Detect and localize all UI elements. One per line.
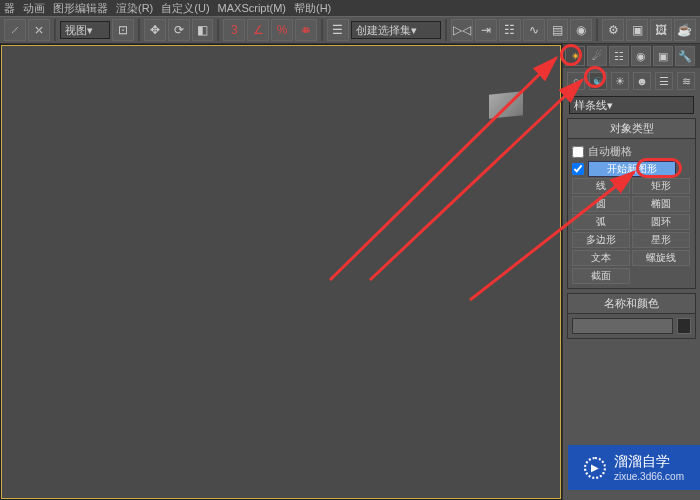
mirror-icon[interactable]: ▷◁ bbox=[451, 19, 473, 41]
align-icon[interactable]: ⇥ bbox=[475, 19, 497, 41]
name-and-color-rollout: 名称和颜色 bbox=[567, 293, 696, 339]
start-new-shape-button[interactable]: 开始新图形 bbox=[588, 161, 676, 177]
angle-snap-icon[interactable]: ∠ bbox=[247, 19, 269, 41]
auto-grid-checkbox[interactable] bbox=[572, 146, 584, 158]
render-setup-icon[interactable]: ⚙ bbox=[602, 19, 624, 41]
link-icon[interactable]: ⟋ bbox=[4, 19, 26, 41]
refcoord-dropdown[interactable]: 视图 ▾ bbox=[60, 21, 110, 39]
subcategory-dropdown[interactable]: 样条线 ▾ bbox=[569, 96, 694, 114]
menu-item[interactable]: 自定义(U) bbox=[161, 1, 209, 16]
rendered-frame-window-icon[interactable]: ▣ bbox=[626, 19, 648, 41]
space-warps-category-icon[interactable]: ≋ bbox=[677, 72, 695, 90]
object-name-input[interactable] bbox=[572, 318, 673, 334]
circle-button[interactable]: 圆 bbox=[572, 196, 630, 212]
select-move-icon[interactable]: ✥ bbox=[144, 19, 166, 41]
main-toolbar: ⟋ ⤫ 视图 ▾ ⊡ ✥ ⟳ ◧ 3 ∠ % ⩩ ☰ 创建选择集 ▾ ▷◁ ⇥ … bbox=[0, 16, 700, 44]
start-new-shape-checkbox[interactable] bbox=[572, 163, 584, 175]
menu-item[interactable]: 图形编辑器 bbox=[53, 1, 108, 16]
main-area: ✴ ☄ ☷ ◉ ▣ 🔧 ○ ☯ ☀ ☻ ☰ ≋ 样条线 ▾ 对象类型 自动栅格 bbox=[0, 44, 700, 500]
text-button[interactable]: 文本 bbox=[572, 250, 630, 266]
shapes-category-icon[interactable]: ☯ bbox=[589, 72, 607, 90]
watermark-brand: 溜溜自学 bbox=[614, 453, 684, 471]
manage-layers-icon[interactable]: ☰ bbox=[327, 19, 349, 41]
star-button[interactable]: 星形 bbox=[632, 232, 690, 248]
auto-grid-label: 自动栅格 bbox=[588, 144, 632, 159]
menu-bar: 器 动画 图形编辑器 渲染(R) 自定义(U) MAXScript(M) 帮助(… bbox=[0, 0, 700, 16]
watermark: ▶ 溜溜自学 zixue.3d66.com bbox=[568, 445, 700, 490]
menu-item[interactable]: 帮助(H) bbox=[294, 1, 331, 16]
object-color-swatch[interactable] bbox=[677, 318, 691, 334]
use-pivot-center-icon[interactable]: ⊡ bbox=[112, 19, 134, 41]
shape-buttons-grid: 线 矩形 圆 椭圆 弧 圆环 多边形 星形 文本 螺旋线 截面 bbox=[572, 178, 691, 284]
select-rotate-icon[interactable]: ⟳ bbox=[168, 19, 190, 41]
display-tab-icon[interactable]: ▣ bbox=[653, 46, 673, 66]
rectangle-button[interactable]: 矩形 bbox=[632, 178, 690, 194]
menu-item[interactable]: 器 bbox=[4, 1, 15, 16]
snap-toggle-3-icon[interactable]: 3 bbox=[223, 19, 245, 41]
geometry-category-icon[interactable]: ○ bbox=[567, 72, 585, 90]
named-sel-set-dropdown[interactable]: 创建选择集 ▾ bbox=[351, 21, 441, 39]
render-production-icon[interactable]: 🖼 bbox=[650, 19, 672, 41]
modify-tab-icon[interactable]: ☄ bbox=[587, 46, 607, 66]
create-tab-icon[interactable]: ✴ bbox=[565, 46, 585, 66]
spinner-snap-icon[interactable]: ⩩ bbox=[295, 19, 317, 41]
play-icon: ▶ bbox=[584, 457, 606, 479]
curve-editor-icon[interactable]: ∿ bbox=[523, 19, 545, 41]
command-panel-tabs: ✴ ☄ ☷ ◉ ▣ 🔧 bbox=[563, 44, 700, 68]
hierarchy-tab-icon[interactable]: ☷ bbox=[609, 46, 629, 66]
material-editor-icon[interactable]: ◉ bbox=[570, 19, 592, 41]
command-panel: ✴ ☄ ☷ ◉ ▣ 🔧 ○ ☯ ☀ ☻ ☰ ≋ 样条线 ▾ 对象类型 自动栅格 bbox=[562, 44, 700, 500]
menu-item[interactable]: 渲染(R) bbox=[116, 1, 153, 16]
menu-item[interactable]: 动画 bbox=[23, 1, 45, 16]
object-type-rollout: 对象类型 自动栅格 开始新图形 线 矩形 圆 椭圆 弧 圆环 多边形 bbox=[567, 118, 696, 289]
section-button[interactable]: 截面 bbox=[572, 268, 630, 284]
teapot-icon[interactable]: ☕ bbox=[674, 19, 696, 41]
viewport[interactable] bbox=[0, 44, 562, 500]
percent-snap-icon[interactable]: % bbox=[271, 19, 293, 41]
utilities-tab-icon[interactable]: 🔧 bbox=[675, 46, 695, 66]
create-category-row: ○ ☯ ☀ ☻ ☰ ≋ bbox=[563, 68, 700, 94]
donut-button[interactable]: 圆环 bbox=[632, 214, 690, 230]
lights-category-icon[interactable]: ☀ bbox=[611, 72, 629, 90]
schematic-view-icon[interactable]: ▤ bbox=[547, 19, 569, 41]
helix-button[interactable]: 螺旋线 bbox=[632, 250, 690, 266]
motion-tab-icon[interactable]: ◉ bbox=[631, 46, 651, 66]
unlink-icon[interactable]: ⤫ bbox=[28, 19, 50, 41]
ngon-button[interactable]: 多边形 bbox=[572, 232, 630, 248]
geometry-placeholder-icon bbox=[489, 91, 523, 119]
rollout-header[interactable]: 对象类型 bbox=[568, 119, 695, 139]
watermark-url: zixue.3d66.com bbox=[614, 471, 684, 482]
menu-item[interactable]: MAXScript(M) bbox=[218, 2, 286, 14]
layer-explorer-icon[interactable]: ☷ bbox=[499, 19, 521, 41]
select-scale-icon[interactable]: ◧ bbox=[192, 19, 214, 41]
rollout-header[interactable]: 名称和颜色 bbox=[568, 294, 695, 314]
arc-button[interactable]: 弧 bbox=[572, 214, 630, 230]
line-button[interactable]: 线 bbox=[572, 178, 630, 194]
helpers-category-icon[interactable]: ☰ bbox=[655, 72, 673, 90]
ellipse-button[interactable]: 椭圆 bbox=[632, 196, 690, 212]
cameras-category-icon[interactable]: ☻ bbox=[633, 72, 651, 90]
